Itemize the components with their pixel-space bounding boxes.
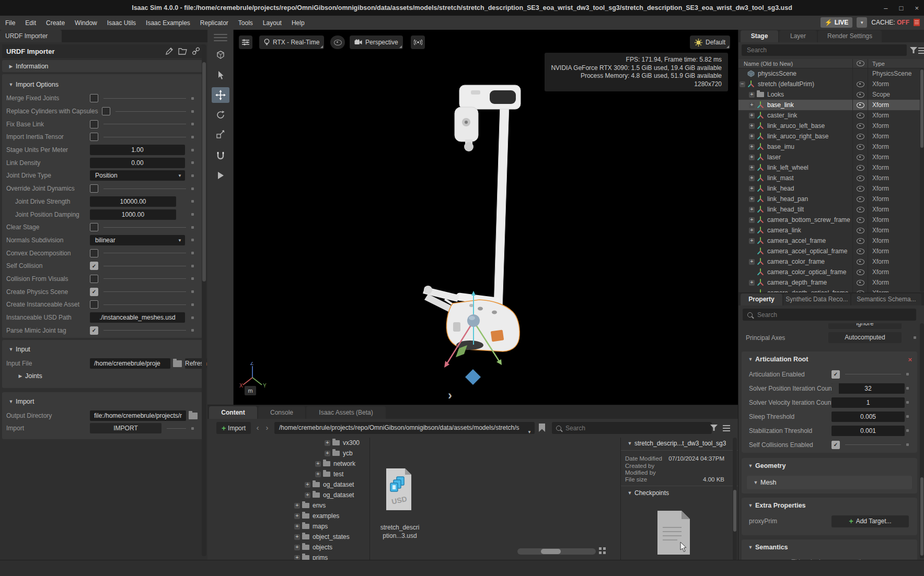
link-icon[interactable] [192,47,200,55]
visibility-menu-button[interactable] [330,36,345,49]
menu-item[interactable]: Tools [238,19,253,27]
expand-plus-icon[interactable]: + [294,545,300,550]
stage-tree-row[interactable]: camera_color_optical_frame Xform [738,267,924,277]
live-sync-button[interactable]: ⚡ LIVE [821,17,853,28]
visibility-eye-icon[interactable] [857,196,864,202]
expand-plus-icon[interactable]: + [749,196,755,202]
stage-tree-row[interactable]: + link_left_wheel Xform [738,162,924,173]
option-checkbox[interactable]: ✓ [90,223,98,231]
stage-tree-row[interactable]: + link_head_pan Xform [738,194,924,204]
expand-plus-icon[interactable]: + [749,144,755,150]
menu-item[interactable]: Window [75,19,97,27]
folder-tree-row[interactable]: + ycb [207,448,369,459]
information-section[interactable]: ▶Information [2,60,205,72]
principal-axes-value[interactable]: Autocomputed [828,332,902,343]
expand-plus-icon[interactable]: + [749,186,755,192]
expand-plus-icon[interactable]: + [294,534,300,540]
expand-plus-icon[interactable]: + [749,280,755,286]
expand-plus-icon[interactable]: + [749,102,755,108]
type-column-header[interactable]: Type [868,61,924,67]
option-checkbox[interactable]: ✓ [90,94,98,102]
cursor-select-tool[interactable] [212,67,229,83]
tab-urdf-importer[interactable]: URDF Importer [0,30,62,42]
stage-tree-row[interactable]: + link_head Xform [738,183,924,194]
content-import-button[interactable]: + Import [216,422,251,434]
folder-tree-row[interactable]: + test [207,469,369,479]
snap-tool[interactable] [212,148,229,163]
stabilization-threshold-field[interactable]: 0.001 [831,426,905,436]
tab-stage[interactable]: Stage [741,30,778,42]
property-scrollbar[interactable] [920,323,924,558]
expand-plus-icon[interactable]: + [305,482,310,488]
visibility-eye-icon[interactable] [857,92,864,98]
stage-tree-row[interactable]: − stretch (defaultPrim) Xform [738,79,924,89]
details-scrollbar[interactable] [733,438,737,560]
rotate-tool[interactable] [212,107,229,123]
expand-plus-icon[interactable]: + [749,113,755,119]
slider-thumb[interactable] [541,549,561,554]
camera-menu-button[interactable]: Perspective [350,36,403,49]
geometry-header[interactable]: ▼ Geometry [742,458,917,474]
visibility-eye-icon[interactable] [857,217,864,223]
expand-plus-icon[interactable]: + [294,513,300,519]
select-prim-tool[interactable] [212,47,229,63]
folder-tree-row[interactable]: + network [207,459,369,469]
stage-search[interactable] [742,44,907,56]
name-column-header[interactable]: Name (Old to New) [738,61,852,67]
solver-velocity-field[interactable]: 1 [831,397,905,408]
scrollbar-thumb[interactable] [920,69,923,148]
menu-item[interactable]: Replicator [200,19,228,27]
lighting-menu-button[interactable]: Default [690,36,730,49]
tab-synthetic-data[interactable]: Synthetic Data Reco... [783,293,850,305]
option-checkbox[interactable]: ✓ [90,249,98,257]
stage-tree-row[interactable]: camera_depth_optical_frame Xform [738,288,924,292]
expand-plus-icon[interactable]: + [315,472,321,477]
stage-tree-row[interactable]: camera_accel_optical_frame Xform [738,246,924,256]
visibility-eye-icon[interactable] [857,113,864,119]
icon-size-slider[interactable] [517,548,596,555]
move-tool[interactable] [212,87,229,103]
visibility-eye-icon[interactable] [857,81,864,87]
units-badge[interactable]: m [245,386,256,395]
tab-layer[interactable]: Layer [779,30,817,42]
viewport-3d[interactable]: RTX - Real-Time Perspective Default FPS:… [234,30,738,405]
stage-tree-row[interactable]: + link_head_tilt Xform [738,204,924,215]
import-options-header[interactable]: ▼ Import Options [2,74,205,90]
folder-tree-row[interactable]: + vx300 [207,438,369,448]
title-bar[interactable]: Isaac Sim 4.0.0 - file:/home/cremebrule/… [0,0,924,16]
import-button[interactable]: IMPORT [90,423,161,433]
checkpoints-section-header[interactable]: ▼ Checkpoints [621,486,738,497]
menu-item[interactable]: Edit [25,19,36,27]
visibility-eye-icon[interactable] [857,269,864,275]
filter-funnel-icon[interactable] [710,425,718,431]
stage-tree-row[interactable]: + Looks Scope [738,89,924,100]
folder-tree-row[interactable]: + maps [207,521,369,532]
input-section-header[interactable]: ▼ Input [2,340,205,355]
stage-tree-row[interactable]: + link_aruco_right_base Xform [738,131,924,142]
option-dropdown[interactable]: Position▼ [90,170,185,181]
folder-tree-row[interactable]: + og_dataset [207,490,369,500]
articulation-root-header[interactable]: ▼ Articulation Root × [742,351,917,367]
stage-scrollbar[interactable] [920,68,924,292]
filter-funnel-icon[interactable] [910,47,917,54]
option-checkbox[interactable]: ✓ [90,326,98,335]
option-checkbox[interactable]: ✓ [90,300,98,309]
option-value-field[interactable]: 1000.00 [90,209,176,220]
usd-file-icon[interactable]: USD [385,468,412,510]
menu-item[interactable]: Isaac Utils [107,19,136,27]
add-target-button[interactable]: + Add Target... [831,515,909,527]
viewport-settings-button[interactable] [239,36,252,49]
open-folder-icon[interactable] [178,47,187,55]
sleep-threshold-field[interactable]: 0.005 [831,412,905,422]
option-dropdown[interactable]: bilinear▼ [90,235,185,245]
stage-search-input[interactable] [746,46,903,54]
bookmark-icon[interactable] [538,423,546,432]
axis-orientation-gizmo[interactable]: Z X Y [239,362,270,388]
menu-item[interactable]: Layout [263,19,282,27]
details-header[interactable]: ▼ stretch_descrip...t_dw3_tool_sg3 [621,440,738,451]
timeline-expand-chevron[interactable]: › [448,388,452,403]
grid-view-icon[interactable] [599,547,606,554]
menu-item[interactable]: Isaac Examples [146,19,190,27]
visibility-eye-icon[interactable] [857,238,864,244]
semantics-header[interactable]: ▼ Semantics [742,539,917,555]
